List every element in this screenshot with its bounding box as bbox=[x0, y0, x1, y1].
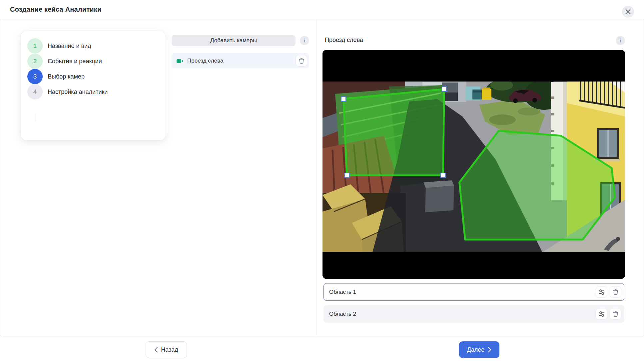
zone-resize-handle[interactable] bbox=[341, 96, 346, 101]
area-delete-button[interactable] bbox=[610, 286, 621, 298]
video-camera-icon bbox=[176, 58, 184, 64]
area-settings-button[interactable] bbox=[596, 286, 607, 298]
info-icon: i bbox=[620, 38, 621, 43]
stepper-step-analytics-setup[interactable]: 4 Настройка аналитики bbox=[27, 84, 159, 99]
step-number-badge: 1 bbox=[27, 38, 43, 54]
sliders-icon bbox=[598, 289, 605, 295]
back-button-label: Назад bbox=[161, 346, 178, 353]
trash-icon bbox=[613, 311, 619, 317]
stepper-step-name-type[interactable]: 1 Название и вид bbox=[27, 38, 159, 54]
area-row-1[interactable]: Область 1 bbox=[323, 283, 624, 301]
modal-title: Создание кейса Аналитики bbox=[10, 6, 102, 13]
area-label: Область 1 bbox=[329, 289, 596, 295]
step-label: Выбор камер bbox=[48, 73, 85, 80]
modal-header: Создание кейса Аналитики bbox=[0, 0, 644, 19]
step-connector bbox=[35, 114, 35, 122]
stepper-step-camera-selection[interactable]: 3 Выбор камер bbox=[27, 69, 159, 84]
detection-zone-1[interactable] bbox=[343, 89, 444, 175]
zone-resize-handle[interactable] bbox=[442, 87, 446, 91]
panel-divider bbox=[316, 19, 317, 336]
close-icon bbox=[625, 9, 631, 14]
stepper-step-events-reactions[interactable]: 2 События и реакции bbox=[27, 54, 159, 69]
step-connector bbox=[35, 61, 35, 69]
trash-icon bbox=[613, 289, 619, 295]
close-button[interactable] bbox=[622, 6, 634, 18]
next-button[interactable]: Далее bbox=[459, 341, 499, 358]
info-icon: i bbox=[304, 38, 305, 43]
add-cameras-button[interactable]: Добавить камеры bbox=[172, 35, 296, 46]
step-connector bbox=[35, 88, 35, 95]
area-delete-button[interactable] bbox=[610, 308, 621, 320]
chevron-left-icon bbox=[154, 347, 158, 353]
zone-resize-handle[interactable] bbox=[441, 173, 445, 178]
chevron-right-icon bbox=[488, 347, 491, 353]
sliders-icon bbox=[598, 311, 605, 317]
next-button-label: Далее bbox=[467, 346, 485, 353]
step-label: Название и вид bbox=[48, 43, 91, 50]
area-label: Область 2 bbox=[329, 311, 596, 317]
area-row-2[interactable]: Область 2 bbox=[323, 305, 624, 323]
wizard-stepper: 1 Название и вид 2 События и реакции 3 В… bbox=[21, 31, 166, 140]
cameras-info-button[interactable]: i bbox=[300, 36, 309, 45]
step-label: Настройка аналитики bbox=[48, 89, 108, 95]
preview-camera-title: Проезд слева bbox=[325, 37, 363, 44]
camera-preview-frame[interactable] bbox=[322, 50, 625, 279]
remove-camera-button[interactable] bbox=[296, 55, 307, 67]
zone-resize-handle[interactable] bbox=[344, 173, 349, 178]
back-button[interactable]: Назад bbox=[146, 341, 187, 358]
modal-footer: Назад Далее bbox=[0, 336, 644, 361]
step-number-badge: 3 bbox=[27, 69, 43, 84]
step-label: События и реакции bbox=[48, 58, 102, 65]
camera-snapshot bbox=[322, 50, 625, 279]
trash-icon bbox=[299, 58, 305, 64]
area-settings-button[interactable] bbox=[596, 308, 607, 320]
camera-list-item[interactable]: Проезд слева bbox=[172, 53, 309, 68]
camera-name: Проезд слева bbox=[187, 58, 296, 64]
create-analytics-case-modal: Создание кейса Аналитики 1 Название и ви… bbox=[0, 0, 644, 361]
preview-info-button[interactable]: i bbox=[616, 36, 625, 45]
